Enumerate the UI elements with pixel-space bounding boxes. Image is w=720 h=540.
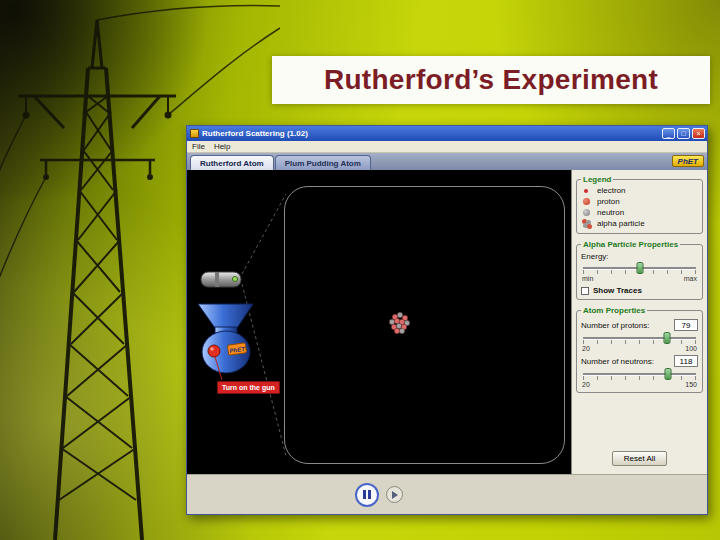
- menu-bar: File Help: [187, 141, 707, 153]
- close-button[interactable]: ×: [692, 128, 705, 139]
- protons-min-label: 20: [582, 345, 590, 352]
- alpha-panel-title: Alpha Particle Properties: [581, 240, 680, 249]
- energy-label: Energy:: [581, 252, 698, 261]
- legend-label-alpha-particle: alpha particle: [597, 219, 645, 228]
- neutrons-value-field[interactable]: [674, 355, 698, 367]
- menu-help[interactable]: Help: [214, 142, 230, 151]
- playback-bar: [187, 474, 707, 514]
- neutrons-slider-thumb[interactable]: [664, 368, 671, 380]
- atom-panel-title: Atom Properties: [581, 306, 647, 315]
- electron-icon: [584, 189, 588, 193]
- simulation-canvas: PhET Turn on the gun: [187, 170, 571, 474]
- window-content: PhET Turn on the gun: [187, 170, 707, 474]
- proton-icon: [583, 198, 590, 205]
- gun-trigger-button[interactable]: [208, 345, 220, 357]
- energy-slider[interactable]: [583, 262, 696, 274]
- atom-viewport-box: [284, 186, 565, 464]
- slide-title-band: Rutherford’s Experiment: [272, 56, 710, 104]
- neutrons-slider-track[interactable]: [583, 373, 696, 375]
- protons-slider-thumb[interactable]: [663, 332, 670, 344]
- window-titlebar[interactable]: Rutherford Scattering (1.02) _ □ ×: [187, 126, 707, 141]
- show-traces-label: Show Traces: [593, 286, 642, 295]
- simulation-window: Rutherford Scattering (1.02) _ □ × File …: [186, 125, 708, 515]
- legend-item-neutron: neutron: [581, 207, 698, 218]
- legend-item-proton: proton: [581, 196, 698, 207]
- show-traces-checkbox[interactable]: [581, 287, 589, 295]
- menu-file[interactable]: File: [192, 142, 205, 151]
- legend-panel: Legend electron proton neutron: [576, 175, 703, 234]
- tab-plum-pudding-atom[interactable]: Plum Pudding Atom: [275, 155, 371, 170]
- alpha-particle-icon: [581, 218, 592, 229]
- legend-title: Legend: [581, 175, 613, 184]
- neutrons-label: Number of neutrons:: [581, 357, 654, 366]
- neutrons-slider-ticks: [583, 376, 696, 380]
- neutrons-min-label: 20: [582, 381, 590, 388]
- show-traces-row: Show Traces: [581, 286, 698, 295]
- reset-all-button[interactable]: Reset All: [612, 451, 668, 466]
- step-forward-icon: [392, 491, 398, 499]
- gun-horn: [198, 304, 253, 328]
- control-panel: Legend electron proton neutron: [571, 170, 707, 474]
- neutrons-max-label: 150: [685, 381, 697, 388]
- protons-max-label: 100: [685, 345, 697, 352]
- pause-icon: [363, 490, 366, 499]
- step-button[interactable]: [386, 486, 403, 503]
- neutron-icon: [583, 209, 590, 216]
- window-title: Rutherford Scattering (1.02): [202, 129, 660, 138]
- legend-label-electron: electron: [597, 186, 625, 195]
- tab-rutherford-atom[interactable]: Rutherford Atom: [190, 155, 274, 170]
- nucleus: [386, 310, 414, 338]
- legend-item-electron: electron: [581, 185, 698, 196]
- minimize-button[interactable]: _: [662, 128, 675, 139]
- tab-bar: Rutherford Atom Plum Pudding Atom PhET: [187, 153, 707, 170]
- protons-slider[interactable]: [583, 332, 696, 344]
- alpha-particle-properties-panel: Alpha Particle Properties Energy: min ma…: [576, 240, 703, 300]
- energy-slider-thumb[interactable]: [636, 262, 643, 274]
- maximize-button[interactable]: □: [677, 128, 690, 139]
- alpha-particle-gun: PhET: [195, 266, 290, 396]
- protons-slider-ticks: [583, 340, 696, 344]
- energy-min-label: min: [582, 275, 593, 282]
- pause-button[interactable]: [355, 483, 379, 507]
- protons-slider-track[interactable]: [583, 337, 696, 339]
- legend-label-neutron: neutron: [597, 208, 624, 217]
- protons-label: Number of protons:: [581, 321, 649, 330]
- legend-label-proton: proton: [597, 197, 620, 206]
- energy-max-label: max: [684, 275, 697, 282]
- neutrons-slider[interactable]: [583, 368, 696, 380]
- legend-item-alpha-particle: alpha particle: [581, 218, 698, 229]
- gun-on-button[interactable]: Turn on the gun: [217, 381, 280, 394]
- slide-background: Rutherford’s Experiment Rutherford Scatt…: [0, 0, 720, 540]
- atom-properties-panel: Atom Properties Number of protons: 20 10…: [576, 306, 703, 393]
- phet-logo-button[interactable]: PhET: [672, 155, 704, 167]
- protons-value-field[interactable]: [674, 319, 698, 331]
- app-icon: [190, 129, 199, 138]
- slide-title: Rutherford’s Experiment: [324, 64, 658, 96]
